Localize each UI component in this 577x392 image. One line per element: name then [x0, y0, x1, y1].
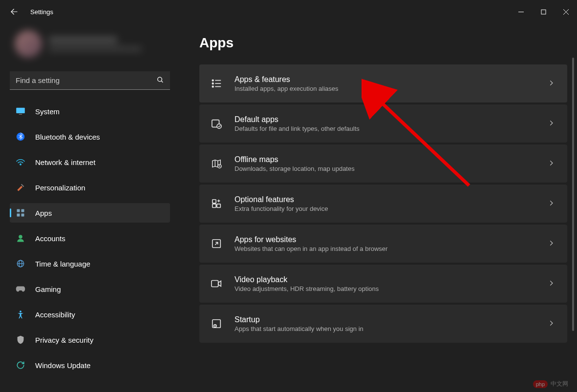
watermark-text: 中文网: [551, 380, 568, 388]
chevron-right-icon: [548, 280, 555, 288]
globe-clock-icon: [16, 259, 25, 268]
card-title: Apps for websites: [235, 235, 548, 244]
accessibility-icon: [16, 309, 25, 319]
svg-point-5: [158, 77, 162, 82]
svg-rect-14: [21, 214, 24, 217]
sidebar-item-label: Accessibility: [35, 310, 75, 319]
chevron-right-icon: [548, 200, 555, 208]
card-optional-features[interactable]: Optional features Extra functionality fo…: [199, 185, 567, 223]
card-title: Default apps: [235, 115, 548, 124]
bluetooth-icon: [16, 132, 25, 142]
watermark-badge: php: [533, 380, 548, 388]
card-offline-maps[interactable]: Offline maps Downloads, storage location…: [199, 144, 567, 183]
card-title: Optional features: [235, 195, 548, 204]
card-video-playback[interactable]: Video playback Video adjustments, HDR st…: [199, 265, 567, 303]
startup-icon: [210, 317, 223, 330]
svg-line-6: [161, 81, 163, 83]
card-subtitle: Installed apps, app execution aliases: [235, 85, 548, 92]
search-input[interactable]: [10, 71, 170, 90]
maximize-icon: [541, 9, 546, 15]
video-icon: [210, 277, 223, 290]
svg-rect-13: [17, 214, 20, 217]
svg-rect-31: [213, 200, 216, 203]
chevron-right-icon: [548, 160, 555, 168]
card-subtitle: Websites that can open in an app instead…: [235, 245, 548, 252]
card-apps-for-websites[interactable]: Apps for websites Websites that can open…: [199, 225, 567, 263]
svg-rect-11: [17, 209, 20, 212]
card-subtitle: Defaults for file and link types, other …: [235, 125, 548, 132]
search-icon: [156, 76, 164, 85]
sidebar-item-system[interactable]: System: [10, 102, 170, 121]
maximize-button[interactable]: [532, 4, 555, 20]
sidebar-item-gaming[interactable]: Gaming: [10, 279, 170, 299]
sidebar-item-time[interactable]: Time & language: [10, 254, 170, 273]
svg-rect-2: [541, 10, 546, 14]
sidebar-item-privacy[interactable]: Privacy & security: [10, 330, 170, 350]
chevron-right-icon: [548, 80, 555, 88]
svg-rect-12: [21, 209, 24, 212]
sidebar: System Bluetooth & devices Network & int…: [0, 23, 176, 392]
update-icon: [16, 360, 25, 370]
card-default-apps[interactable]: Default apps Defaults for file and link …: [199, 104, 567, 143]
titlebar: Settings: [0, 0, 577, 23]
sidebar-item-network[interactable]: Network & internet: [10, 152, 170, 172]
card-title: Offline maps: [235, 155, 548, 164]
default-apps-icon: [210, 117, 223, 130]
card-subtitle: Video adjustments, HDR streaming, batter…: [235, 285, 548, 292]
minimize-icon: [518, 9, 524, 15]
sidebar-item-bluetooth[interactable]: Bluetooth & devices: [10, 127, 170, 146]
back-arrow-icon: [10, 7, 19, 16]
svg-point-19: [20, 310, 21, 312]
sidebar-item-apps[interactable]: Apps: [10, 203, 170, 223]
sidebar-item-label: Accounts: [35, 234, 65, 243]
window-controls: [510, 4, 577, 20]
wifi-icon: [16, 157, 25, 167]
sidebar-item-label: Windows Update: [35, 361, 90, 370]
profile-name: [49, 37, 117, 43]
sidebar-item-label: Personalization: [35, 184, 85, 192]
watermark: php 中文网: [533, 380, 568, 388]
svg-rect-32: [213, 204, 216, 207]
shield-icon: [16, 335, 25, 345]
scrollbar[interactable]: [572, 58, 574, 331]
svg-point-20: [212, 80, 214, 81]
back-button[interactable]: [10, 7, 19, 16]
open-external-icon: [210, 237, 223, 250]
gamepad-icon: [16, 284, 25, 294]
system-icon: [16, 106, 25, 116]
card-subtitle: Apps that start automatically when you s…: [235, 325, 548, 332]
card-subtitle: Downloads, storage location, map updates: [235, 165, 548, 172]
person-icon: [16, 233, 25, 243]
close-icon: [563, 9, 569, 15]
sidebar-item-personalization[interactable]: Personalization: [10, 178, 170, 197]
main-content: Apps Apps & features Installed apps, app…: [176, 23, 577, 392]
paintbrush-icon: [16, 183, 25, 192]
card-title: Apps & features: [235, 75, 548, 84]
avatar: [15, 30, 42, 58]
sidebar-item-label: Apps: [35, 209, 52, 217]
sidebar-item-accessibility[interactable]: Accessibility: [10, 305, 170, 324]
svg-point-10: [20, 164, 21, 165]
sidebar-item-label: Time & language: [35, 260, 90, 268]
settings-card-list: Apps & features Installed apps, app exec…: [199, 64, 567, 343]
sidebar-item-label: Bluetooth & devices: [35, 133, 100, 141]
close-button[interactable]: [555, 4, 577, 20]
list-icon: [210, 77, 223, 90]
user-profile[interactable]: [10, 23, 170, 71]
svg-rect-37: [212, 281, 218, 287]
sidebar-item-label: Privacy & security: [35, 336, 93, 344]
svg-point-22: [212, 83, 214, 84]
card-title: Video playback: [235, 275, 548, 284]
sidebar-item-accounts[interactable]: Accounts: [10, 228, 170, 248]
card-startup[interactable]: Startup Apps that start automatically wh…: [199, 305, 567, 343]
minimize-button[interactable]: [510, 4, 532, 20]
svg-rect-33: [217, 204, 220, 207]
svg-point-24: [212, 86, 214, 87]
chevron-right-icon: [548, 120, 555, 128]
sidebar-item-update[interactable]: Windows Update: [10, 355, 170, 375]
svg-rect-8: [19, 114, 22, 115]
card-apps-features[interactable]: Apps & features Installed apps, app exec…: [199, 64, 567, 103]
search-box[interactable]: [10, 71, 170, 90]
profile-email: [49, 46, 142, 52]
page-title: Apps: [199, 35, 567, 51]
